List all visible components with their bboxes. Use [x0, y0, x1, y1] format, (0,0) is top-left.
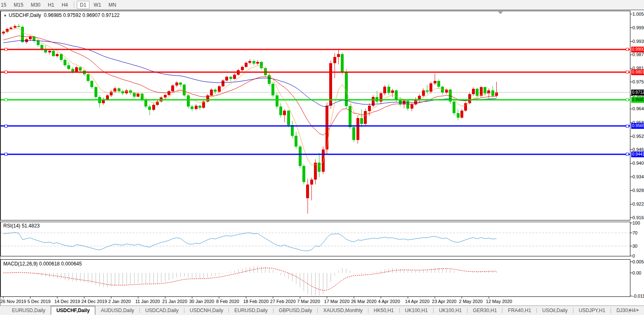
chart-tab-xauusd-monthly[interactable]: XAUUSD,Monthly	[318, 306, 368, 315]
candle	[410, 104, 413, 109]
candle	[48, 51, 51, 52]
level-handle	[5, 125, 7, 127]
candle	[125, 90, 128, 94]
candle	[222, 81, 224, 86]
candle	[326, 106, 328, 150]
level-price-box: 0.95658	[631, 123, 644, 129]
candle	[164, 95, 167, 97]
candle	[118, 88, 120, 91]
level-handle	[626, 48, 628, 51]
chart-tab-eurusd-daily[interactable]: EURUSD,Daily	[229, 306, 273, 315]
candle	[245, 63, 248, 66]
chart-tab-uk100-h1[interactable]: UK100,H1	[434, 306, 467, 315]
candle	[210, 90, 213, 95]
candle	[152, 105, 155, 110]
price-axis-label: 0.93430	[632, 174, 644, 180]
date-axis-label: 4 Apr 2020	[378, 299, 400, 304]
price-axis-label: 0.96400	[632, 106, 644, 111]
candle	[256, 62, 259, 64]
candle	[17, 26, 20, 27]
candle	[356, 118, 359, 140]
candle	[271, 84, 274, 95]
date-axis-label: 12 May 2020	[486, 299, 512, 304]
candle	[380, 93, 382, 102]
candle	[167, 91, 170, 95]
level-price-box: 0.96803	[631, 97, 644, 103]
candle	[75, 67, 78, 72]
candle	[306, 185, 309, 198]
candle	[279, 107, 282, 115]
candle	[60, 54, 63, 60]
level-price-box: 0.94414	[631, 152, 644, 157]
candle	[283, 111, 286, 115]
chart-tab-eurusd-daily[interactable]: EURUSD,Daily	[7, 306, 51, 315]
candle	[476, 89, 479, 96]
price-axis-label: 0.92830	[632, 188, 644, 193]
level-handle	[626, 71, 628, 73]
candle	[94, 87, 97, 97]
chart-collapse-icon[interactable]: ▼	[3, 14, 7, 18]
rsi-value: 51.4823	[22, 223, 40, 229]
level-handle	[626, 153, 628, 156]
chart-tab-usdcnh-daily[interactable]: USDCNH,Daily	[184, 306, 229, 315]
candle	[341, 54, 344, 72]
chart-tab-uk100-h1[interactable]: UK100,H1	[400, 306, 433, 315]
candle	[318, 163, 321, 172]
candle	[233, 75, 236, 79]
candle	[314, 163, 317, 180]
candle	[453, 102, 455, 113]
level-handle	[5, 153, 7, 156]
candle	[260, 62, 263, 68]
chart-symbol-label: USDCHF,Daily	[9, 12, 41, 18]
candle	[225, 77, 228, 80]
chart-tab-usoil-daily[interactable]: USOil,Daily	[537, 306, 573, 315]
chart-tab-gbpusd-daily[interactable]: GBPUSD,Daily	[274, 306, 318, 315]
price-axis-label: 0.99355	[632, 39, 644, 44]
rsi-axis-label: 0	[632, 253, 635, 259]
chart-tab-audusd-daily[interactable]: AUDUSD,Daily	[95, 306, 139, 315]
date-axis-label: 5 Dec 2019	[27, 299, 50, 304]
candle	[268, 75, 271, 84]
chart-tab-usdchf-daily[interactable]: USDCHF,Daily	[51, 306, 96, 315]
candle	[422, 90, 425, 96]
main-pane[interactable]	[1, 11, 630, 220]
chart-tab-bar: EURUSD,DailyUSDCHF,DailyAUDUSD,DailyUSDC…	[0, 306, 644, 315]
candle	[472, 89, 475, 94]
chart-tab-fra40-h1[interactable]: FRA40,H1	[502, 306, 536, 315]
candle	[333, 57, 336, 63]
chart-tab-ger30-h1[interactable]: GER30,H1	[467, 306, 502, 315]
rsi-axis-label: 70	[632, 230, 637, 236]
candle	[287, 111, 290, 125]
level-price-box: 0.98010	[631, 69, 644, 75]
chart-canvas[interactable]	[0, 0, 644, 315]
date-axis-label: 18 Feb 2020	[243, 299, 269, 304]
candle	[175, 83, 178, 85]
candle	[187, 95, 190, 107]
date-axis-label: 17 Mar 2020	[324, 299, 350, 304]
tab-scroll-arrows[interactable]: ◄ ►	[627, 308, 642, 312]
candle	[195, 106, 198, 109]
candle	[171, 85, 174, 91]
chart-title: ▼USDCHF,Daily 0.96985 0.97592 0.96907 0.…	[3, 12, 120, 18]
candle	[248, 61, 251, 63]
chart-tab-usdcad-daily[interactable]: USDCAD,Daily	[140, 306, 184, 315]
date-axis-label: 26 Mar 2020	[351, 299, 377, 304]
candle	[218, 86, 221, 92]
macd-name: MACD(12,26,9)	[3, 261, 38, 267]
date-axis-label: 26 Nov 2019	[0, 299, 26, 304]
candle	[137, 94, 139, 96]
candle	[460, 111, 463, 118]
rsi-pane[interactable]	[1, 222, 630, 256]
macd-indicator-label: MACD(12,26,9) 0.000618 0.000645	[3, 261, 82, 267]
date-axis-label: 8 Feb 2020	[216, 299, 239, 304]
candle	[87, 74, 90, 81]
chart-tab-usdjpy-h1[interactable]: USDJPY,H1	[573, 306, 611, 315]
candle	[191, 107, 193, 109]
chart-tab-hk50-h1[interactable]: HK50,H1	[368, 306, 399, 315]
date-axis-label: 27 Feb 2020	[270, 299, 296, 304]
date-axis-label: 30 Jan 2020	[189, 299, 215, 304]
candle	[14, 26, 17, 28]
price-axis-label: 0.99955	[632, 25, 644, 31]
macd-axis-label: -0.011514	[632, 294, 644, 299]
candle	[37, 41, 40, 45]
